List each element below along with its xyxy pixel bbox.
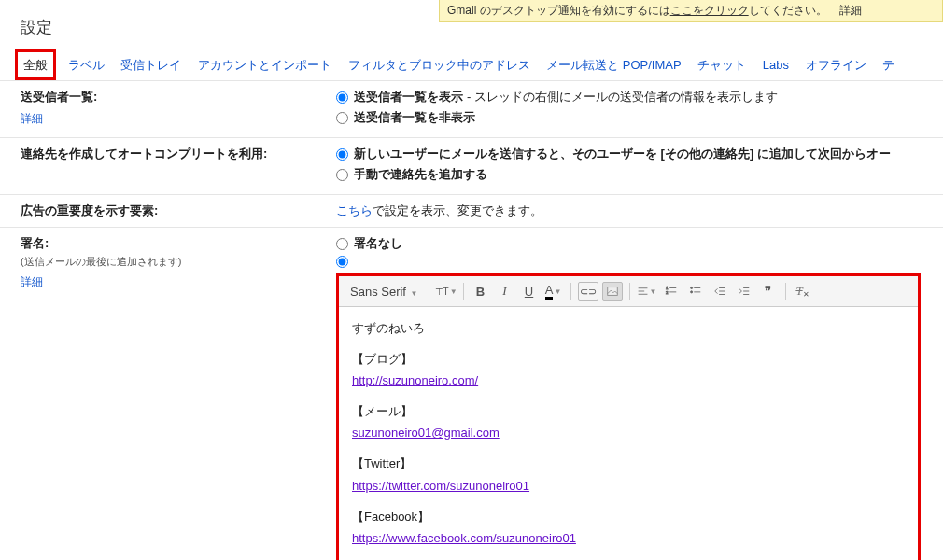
autocomplete-manual-radio[interactable] bbox=[336, 169, 348, 181]
section-recipients-content: 送受信者一覧を表示 - スレッドの右側にメールの送受信者の情報を表示します 送受… bbox=[336, 89, 943, 130]
numbered-list-button[interactable]: 12 bbox=[661, 282, 682, 301]
section-ads: 広告の重要度を示す要素: こちらで設定を表示、変更できます。 bbox=[0, 195, 943, 228]
signature-details-link[interactable]: 詳細 bbox=[21, 274, 43, 290]
notif-details-link[interactable]: 詳細 bbox=[839, 4, 862, 17]
sig-blog-link[interactable]: http://suzunoneiro.com/ bbox=[352, 373, 478, 387]
recipients-hide-radio[interactable] bbox=[336, 112, 348, 124]
sig-fb-head: 【Facebook】 bbox=[352, 507, 905, 527]
sig-blog-head: 【ブログ】 bbox=[352, 349, 905, 370]
toolbar-divider bbox=[785, 283, 786, 300]
tab-general-highlight: 全般 bbox=[15, 49, 56, 80]
signature-none-radio[interactable] bbox=[336, 238, 348, 250]
font-family-select[interactable]: Sans Serif ▼ bbox=[346, 283, 422, 301]
autocomplete-manual-label: 手動で連絡先を追加する bbox=[354, 166, 487, 183]
section-signature: 署名: (送信メールの最後に追加されます) 詳細 署名なし Sans Serif… bbox=[0, 228, 943, 560]
signature-use-radio[interactable] bbox=[336, 256, 348, 268]
sig-twitter-head: 【Twitter】 bbox=[352, 454, 905, 474]
toolbar-divider bbox=[570, 283, 571, 300]
section-recipients: 送受信者一覧: 詳細 送受信者一覧を表示 - スレッドの右側にメールの送受信者の… bbox=[0, 81, 943, 138]
toolbar-divider bbox=[429, 283, 429, 300]
italic-button[interactable]: I bbox=[495, 282, 515, 301]
tab-labels[interactable]: ラベル bbox=[62, 49, 111, 80]
section-recipients-label: 送受信者一覧: 詳細 bbox=[0, 89, 336, 130]
tab-filters[interactable]: フィルタとブロック中のアドレス bbox=[342, 49, 537, 80]
insert-link-button[interactable]: ⊂⊃ bbox=[578, 282, 598, 301]
recipients-show-label: 送受信者一覧を表示 bbox=[354, 89, 463, 105]
section-signature-content: 署名なし Sans Serif ▼ ⊤T▼ B I U A▼ ⊂⊃ bbox=[336, 235, 943, 560]
tab-forwarding[interactable]: メール転送と POP/IMAP bbox=[540, 49, 687, 80]
svg-point-10 bbox=[690, 291, 692, 293]
recipients-show-radio[interactable] bbox=[336, 91, 348, 104]
settings-tabs: 全般 ラベル 受信トレイ アカウントとインポート フィルタとブロック中のアドレス… bbox=[0, 49, 943, 81]
toolbar-divider bbox=[629, 283, 630, 300]
image-icon bbox=[606, 285, 619, 298]
sig-name: すずのねいろ bbox=[352, 318, 905, 339]
svg-point-8 bbox=[690, 287, 692, 288]
tab-chat[interactable]: チャット bbox=[691, 49, 753, 80]
desktop-notification-banner: Gmail のデスクトップ通知を有効にするにはここをクリックしてください。 詳細 bbox=[439, 0, 943, 22]
autocomplete-auto-radio[interactable] bbox=[336, 148, 348, 161]
notif-prefix: Gmail のデスクトップ通知を有効にするには bbox=[447, 4, 670, 17]
chevron-down-icon: ▼ bbox=[650, 287, 657, 296]
toolbar-divider bbox=[463, 283, 464, 300]
section-autocomplete-content: 新しいユーザーにメールを送信すると、そのユーザーを [その他の連絡先] に追加し… bbox=[336, 146, 943, 187]
signature-sub: (送信メールの最後に追加されます) bbox=[21, 255, 327, 269]
tab-labs[interactable]: Labs bbox=[756, 50, 795, 78]
ads-link[interactable]: こちら bbox=[336, 203, 373, 217]
signature-toolbar: Sans Serif ▼ ⊤T▼ B I U A▼ ⊂⊃ ▼ 12 bbox=[339, 276, 918, 307]
sig-mail-link[interactable]: suzunoneiro01@gmail.com bbox=[352, 426, 500, 440]
text-color-button[interactable]: A▼ bbox=[543, 282, 564, 301]
recipients-details-link[interactable]: 詳細 bbox=[21, 111, 43, 127]
tab-accounts[interactable]: アカウントとインポート bbox=[191, 49, 338, 80]
tab-inbox[interactable]: 受信トレイ bbox=[114, 49, 188, 80]
recipients-hide-row: 送受信者一覧を非表示 bbox=[336, 109, 934, 126]
sig-fb-link[interactable]: https://www.facebook.com/suzunoneiro01 bbox=[352, 531, 576, 545]
autocomplete-auto-label: 新しいユーザーにメールを送信すると、そのユーザーを [その他の連絡先] に追加し… bbox=[354, 146, 891, 162]
recipients-heading: 送受信者一覧: bbox=[21, 90, 97, 104]
signature-editor: Sans Serif ▼ ⊤T▼ B I U A▼ ⊂⊃ ▼ 12 bbox=[336, 273, 921, 560]
indent-less-icon bbox=[713, 285, 726, 298]
svg-rect-0 bbox=[607, 287, 617, 296]
autocomplete-manual-row: 手動で連絡先を追加する bbox=[336, 166, 934, 183]
recipients-show-row: 送受信者一覧を表示 - スレッドの右側にメールの送受信者の情報を表示します bbox=[336, 89, 934, 105]
recipients-show-desc: - スレッドの右側にメールの送受信者の情報を表示します bbox=[467, 89, 778, 105]
numbered-list-icon: 12 bbox=[665, 285, 678, 298]
chevron-down-icon: ▼ bbox=[554, 287, 561, 296]
signature-none-row: 署名なし bbox=[336, 235, 934, 252]
remove-formatting-button[interactable]: T✕ bbox=[793, 282, 813, 301]
sig-mail-head: 【メール】 bbox=[352, 401, 905, 422]
autocomplete-auto-row: 新しいユーザーにメールを送信すると、そのユーザーを [その他の連絡先] に追加し… bbox=[336, 146, 934, 162]
align-button[interactable]: ▼ bbox=[637, 282, 657, 301]
indent-more-icon bbox=[738, 285, 751, 298]
align-icon bbox=[637, 285, 649, 298]
insert-image-button[interactable] bbox=[602, 282, 623, 301]
section-autocomplete: 連絡先を作成してオートコンプリートを利用: 新しいユーザーにメールを送信すると、… bbox=[0, 138, 943, 195]
signature-text-area[interactable]: すずのねいろ 【ブログ】 http://suzunoneiro.com/ 【メー… bbox=[339, 307, 918, 560]
recipients-hide-label: 送受信者一覧を非表示 bbox=[354, 109, 475, 126]
signature-label-col: 署名: (送信メールの最後に追加されます) 詳細 bbox=[0, 235, 336, 560]
bullet-list-button[interactable] bbox=[685, 282, 706, 301]
autocomplete-label: 連絡先を作成してオートコンプリートを利用: bbox=[0, 146, 336, 187]
tab-themes[interactable]: テ bbox=[876, 49, 901, 80]
bold-button[interactable]: B bbox=[471, 282, 491, 301]
font-size-button[interactable]: ⊤T▼ bbox=[436, 282, 457, 301]
tab-general[interactable]: 全般 bbox=[23, 57, 48, 74]
section-ads-content: こちらで設定を表示、変更できます。 bbox=[336, 203, 943, 219]
notif-suffix: してください。 bbox=[749, 4, 827, 17]
chevron-down-icon: ▼ bbox=[450, 287, 457, 296]
indent-more-button[interactable] bbox=[734, 282, 754, 301]
tab-offline[interactable]: オフライン bbox=[799, 49, 873, 80]
signature-use-row bbox=[336, 256, 934, 268]
underline-button[interactable]: U bbox=[519, 282, 540, 301]
ads-label: 広告の重要度を示す要素: bbox=[0, 203, 336, 219]
sig-twitter-link[interactable]: https://twitter.com/suzunoneiro01 bbox=[352, 479, 529, 493]
signature-none-label: 署名なし bbox=[354, 235, 402, 252]
ads-rest: で設定を表示、変更できます。 bbox=[373, 203, 542, 217]
bullet-list-icon bbox=[689, 285, 702, 298]
notif-link[interactable]: ここをクリック bbox=[670, 4, 749, 17]
chevron-down-icon: ▼ bbox=[411, 289, 418, 298]
quote-button[interactable]: ❞ bbox=[758, 282, 779, 301]
indent-less-button[interactable] bbox=[710, 282, 730, 301]
signature-heading: 署名: bbox=[21, 236, 49, 250]
svg-text:2: 2 bbox=[665, 290, 668, 295]
